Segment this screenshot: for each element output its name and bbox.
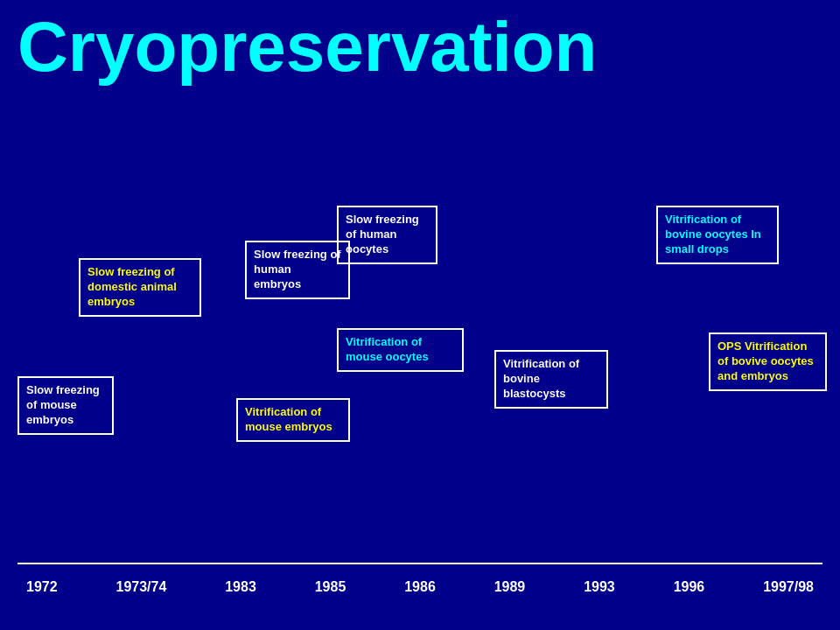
year-1972: 1972 <box>26 579 58 595</box>
box-vitri-mouse-oocytes: Vitrification of mouse oocytes <box>337 328 464 372</box>
year-1989: 1989 <box>494 579 526 595</box>
timeline-area: Slow freezing of mouse embryos Slow free… <box>0 140 840 630</box>
year-1986: 1986 <box>404 579 436 595</box>
box-vitri-bovine-blastocysts: Vitrification of bovine blastocysts <box>494 350 608 409</box>
year-1973: 1973/74 <box>116 579 166 595</box>
year-1996: 1996 <box>674 579 705 595</box>
box-slow-human-embryos: Slow freezing of human embryos <box>245 241 350 299</box>
box-ops-vitrification: OPS Vitrification of bovive oocytes and … <box>709 332 827 391</box>
year-1997: 1997/98 <box>763 579 814 595</box>
year-1983: 1983 <box>225 579 256 595</box>
box-vitri-mouse-embryos: Vitrification of mouse embryos <box>236 398 350 442</box>
box-slow-mouse-embryos: Slow freezing of mouse embryos <box>18 376 114 435</box>
year-labels: 1972 1973/74 1983 1985 1986 1989 1993 19… <box>0 579 840 595</box>
box-vitri-bovine-oocytes-drops: Vitrification of bovine oocytes In small… <box>656 206 779 264</box>
box-slow-domestic-embryos: Slow freezing of domestic animal embryos <box>79 258 201 317</box>
year-1985: 1985 <box>315 579 346 595</box>
timeline-line <box>18 563 822 564</box>
page-title: Cryopreservation <box>0 0 840 86</box>
year-1993: 1993 <box>584 579 615 595</box>
box-slow-human-oocytes: Slow freezing of human oocytes <box>337 206 438 264</box>
